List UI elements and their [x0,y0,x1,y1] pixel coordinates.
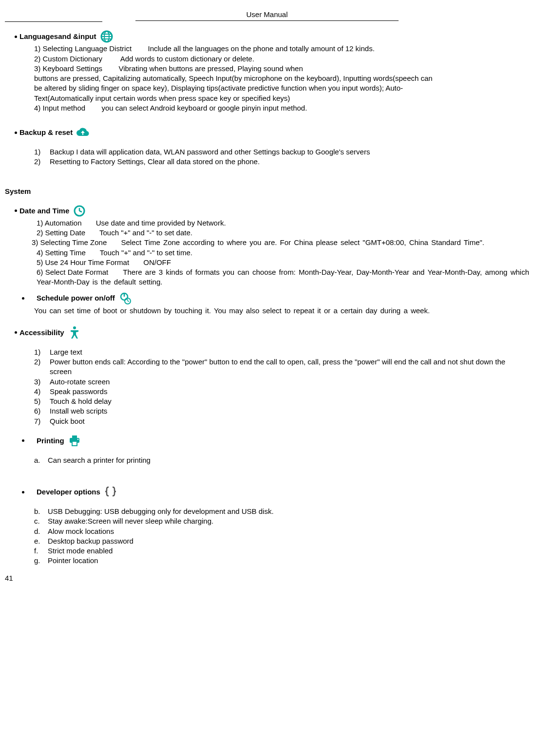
list-item: e.Desktop backup password [34,536,529,546]
cloud-upload-icon [76,125,90,140]
text: 4) Input method [34,104,85,112]
text: 4) Setting Time [37,248,86,257]
text: Touch "+" and "-" to set date. [99,228,192,237]
bullet-icon [22,297,24,300]
schedule-title: Schedule power on/off [37,293,115,303]
num: a. [34,455,48,465]
text: 3) Selecting Time Zone [32,238,107,246]
text: Large text [50,347,82,357]
section-developer: Developer options [22,485,529,499]
svg-line-7 [79,211,82,212]
num: 6) [34,406,50,416]
text: Strict mode enabled [48,546,113,556]
lang-line2: 2) Custom Dictionary Add words to custom… [34,54,529,64]
text: ON/OFF [143,258,171,266]
bullet-icon [15,132,17,134]
text: There are 3 kinds of formats you can cho… [37,268,529,286]
text: Add words to custom dictionary or delete… [120,55,254,63]
list-item: c.Stay awake:Screen will never sleep whi… [34,516,529,526]
dt-l2: 2) Setting Date Touch "+" and "-" to set… [37,228,529,238]
section-backup: Backup & reset [15,125,529,140]
text: 2) Custom Dictionary [34,55,102,63]
text: 5) Use 24 Hour Time Format [37,258,129,266]
list-item: 2)Power button ends call: According to t… [34,357,529,377]
num: 1) [34,347,50,357]
text: Power button ends call: According to the… [50,357,529,377]
text: 6) Select Date Format [37,268,108,276]
section-printing: Printing [22,434,529,448]
dt-l4: 4) Setting Time Touch "+" and "-" to set… [37,248,529,258]
list-item: 5)Touch & hold delay [34,397,529,406]
svg-point-17 [77,439,78,440]
accessibility-icon [67,325,82,340]
dt-l3: 3) Selecting Time Zone Select Time Zone … [32,238,529,247]
num: 7) [34,416,50,426]
num: 4) [34,387,50,397]
text: Auto-rotate screen [50,377,110,387]
text: Quick boot [50,416,85,426]
printing-title: Printing [37,436,64,446]
text: you can select Android keyboard or googl… [101,104,307,112]
text: USB Debugging: [48,507,104,515]
lang-line1: 1) Selecting Language District Include a… [34,44,529,54]
schedule-body: You can set time of boot or shutdown by … [34,306,529,316]
header-underline [5,21,102,22]
text: Resetting to Factory Settings, Clear all… [50,157,260,167]
text: USB debugging only for development and U… [104,507,274,515]
num: 1) [34,147,50,157]
text: Power button ends call: [50,358,127,366]
list-item: 3)Auto-rotate screen [34,377,529,387]
printing-list: a.Can search a printer for printing [34,455,529,465]
num: d. [34,527,48,536]
list-item: 4)Speak passwords [34,387,529,397]
datetime-title: Date and Time [19,206,69,216]
section-accessibility: Accessibility [15,325,529,340]
text: 1) Automation [37,219,82,227]
list-item: b.USB Debugging: USB debugging only for … [34,507,529,516]
text: 1) Selecting Language District [34,44,132,53]
num: 5) [34,397,50,406]
bullet-icon [15,209,17,212]
bullet-icon [22,491,24,493]
braces-icon [103,485,118,499]
lang-title: Languagesand &input [19,32,96,41]
list-item: g.Pointer location [34,556,529,566]
list-item: d.Alow mock locations [34,527,529,536]
dev-title: Developer options [37,487,100,497]
svg-rect-16 [72,441,77,446]
access-title: Accessibility [19,328,64,338]
system-heading: System [5,187,529,196]
text: Use date and time provided by Network. [96,219,226,227]
text: Touch & hold delay [50,397,112,406]
text: Include all the languages on the phone a… [148,44,374,53]
text: Speak passwords [50,387,107,397]
list-item: 1)Large text [34,347,529,357]
globe-icon [99,29,114,44]
num: 2) [34,357,50,377]
dt-l5: 5) Use 24 Hour Time Format ON/OFF [37,258,529,267]
section-datetime: Date and Time [15,204,529,218]
list-item: a.Can search a printer for printing [34,455,529,465]
section-lang-input: Languagesand &input [15,29,529,44]
list-item: 2)Resetting to Factory Settings, Clear a… [34,157,529,167]
text: Install web scripts [50,406,107,416]
svg-rect-14 [72,435,77,438]
svg-line-12 [128,301,129,302]
lang-line3c: buttons are pressed, Capitalizing automa… [34,74,439,103]
power-schedule-icon [118,291,133,306]
text: 3) Keyboard Settings [34,64,102,73]
page-header: User Manual [135,10,399,21]
num: 3) [34,377,50,387]
num: e. [34,536,48,546]
text: Desktop backup password [48,536,134,546]
page-number: 41 [5,573,529,583]
header-title: User Manual [246,10,287,19]
section-schedule: Schedule power on/off [22,291,529,306]
backup-title: Backup & reset [19,128,73,137]
list-item: 6)Install web scripts [34,406,529,416]
bullet-icon [15,36,17,38]
printer-icon [67,434,82,448]
list-item: 1)Backup I data will application data, W… [34,147,529,157]
num: f. [34,546,48,556]
dt-l1: 1) Automation Use date and time provided… [37,218,529,228]
